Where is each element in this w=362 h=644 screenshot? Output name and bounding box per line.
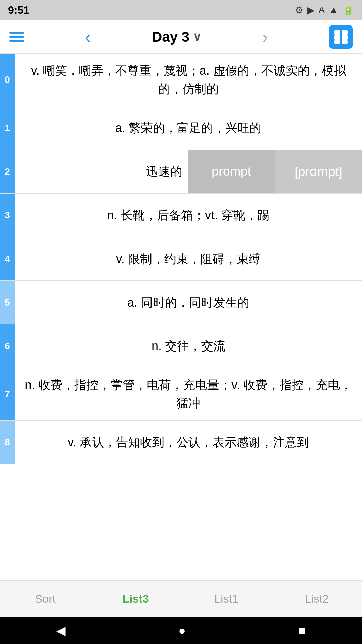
tab-sort[interactable]: Sort [0, 581, 90, 617]
tab-list1[interactable]: List1 [181, 581, 272, 617]
svg-rect-5 [342, 40, 348, 44]
settings-icon: ⚙ [295, 5, 303, 16]
title-chevron-icon: ∨ [193, 30, 201, 44]
row-definition: a. 繁荣的，富足的，兴旺的 [15, 106, 362, 150]
android-back-button[interactable]: ◀ [56, 624, 66, 638]
tab-list3[interactable]: List3 [90, 581, 181, 617]
back-button[interactable]: ‹ [82, 28, 94, 46]
word-row[interactable]: 3n. 长靴，后备箱；vt. 穿靴，踢 [0, 194, 362, 237]
nav-bar: ‹ Day 3 ∨ › [0, 20, 362, 54]
day-title: Day 3 [152, 29, 189, 45]
battery-icon: 🔋 [342, 5, 354, 16]
android-recent-button[interactable]: ■ [298, 624, 306, 638]
play-icon: ▶ [307, 5, 315, 16]
status-time: 9:51 [8, 4, 29, 16]
forward-button[interactable]: › [259, 28, 272, 46]
row-index: 2 [0, 150, 15, 193]
word-row[interactable]: 4v. 限制，约束，阻碍，束缚 [0, 237, 362, 281]
row-definition: v. 承认，告知收到，公认，表示感谢，注意到 [15, 421, 362, 464]
row-index: 6 [0, 324, 15, 368]
popup-word[interactable]: prompt [188, 150, 275, 193]
row-definition: v. 嘲笑，嘲弄，不尊重，蔑视；a. 虚假的，不诚实的，模拟的，仿制的 [15, 54, 362, 106]
word-list: 0v. 嘲笑，嘲弄，不尊重，蔑视；a. 虚假的，不诚实的，模拟的，仿制的1a. … [0, 54, 362, 464]
row-index: 1 [0, 106, 15, 150]
row-definition: v. 限制，约束，阻碍，束缚 [15, 237, 362, 280]
bottom-tabs: SortList3List1List2 [0, 580, 362, 617]
row-index: 5 [0, 281, 15, 324]
row-index: 0 [0, 54, 15, 106]
row-index: 3 [0, 194, 15, 237]
tab-list2[interactable]: List2 [272, 581, 362, 617]
word-row[interactable]: 7n. 收费，指控，掌管，电荷，充电量；v. 收费，指控，充电，猛冲 [0, 368, 362, 421]
word-row[interactable]: 6n. 交往，交流 [0, 324, 362, 368]
menu-button[interactable] [9, 32, 24, 42]
row-definition: n. 交往，交流 [15, 324, 362, 368]
nav-title[interactable]: Day 3 ∨ [152, 29, 201, 45]
word-row[interactable]: 8v. 承认，告知收到，公认，表示感谢，注意到 [0, 421, 362, 464]
grid-icon [334, 30, 348, 44]
row-index: 4 [0, 237, 15, 280]
row-definition: a. 同时的，同时发生的 [15, 281, 362, 324]
signal-icon: ▲ [329, 5, 338, 15]
word-row[interactable]: 5a. 同时的，同时发生的 [0, 281, 362, 324]
svg-rect-0 [334, 30, 340, 35]
font-icon: A [319, 5, 325, 15]
status-bar: 9:51 ⚙ ▶ A ▲ 🔋 [0, 0, 362, 20]
word-row[interactable]: 1a. 繁荣的，富足的，兴旺的 [0, 106, 362, 150]
word-popup[interactable]: prompt[prɑmpt] [188, 150, 362, 193]
row-index: 7 [0, 368, 15, 420]
svg-rect-3 [342, 35, 348, 40]
popup-phonetic: [prɑmpt] [275, 150, 362, 193]
grid-view-button[interactable] [329, 25, 353, 49]
android-nav: ◀ ● ■ [0, 617, 362, 644]
svg-rect-4 [334, 40, 340, 44]
android-home-button[interactable]: ● [178, 624, 186, 638]
row-definition: n. 长靴，后备箱；vt. 穿靴，踢 [15, 194, 362, 237]
row-definition: n. 收费，指控，掌管，电荷，充电量；v. 收费，指控，充电，猛冲 [15, 368, 362, 420]
svg-rect-2 [334, 35, 340, 40]
row-index: 8 [0, 421, 15, 464]
word-row[interactable]: 0v. 嘲笑，嘲弄，不尊重，蔑视；a. 虚假的，不诚实的，模拟的，仿制的 [0, 54, 362, 106]
status-icons: ⚙ ▶ A ▲ 🔋 [295, 5, 354, 16]
svg-rect-1 [342, 30, 348, 35]
word-row[interactable]: 2迅速的，及时的prompt[prɑmpt] [0, 150, 362, 194]
